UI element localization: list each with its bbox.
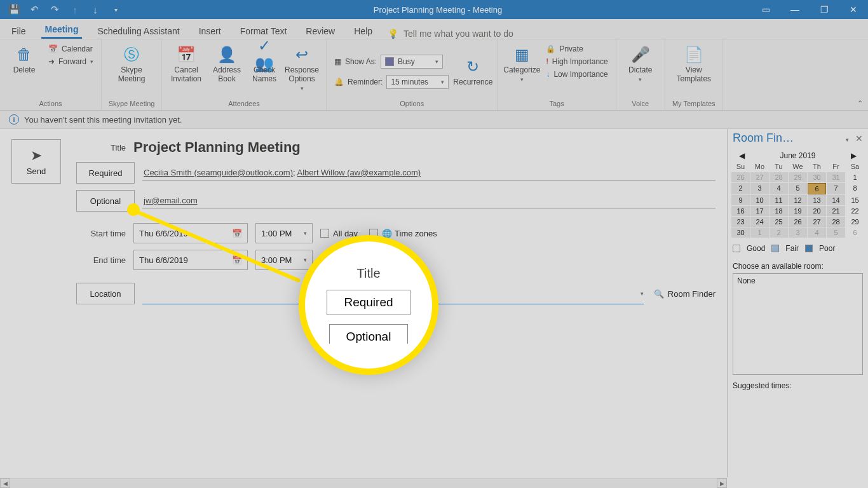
cal-day[interactable]: 20 — [808, 206, 826, 216]
cal-day[interactable]: 6 — [846, 227, 864, 238]
forward-button[interactable]: ➜Forward▾ — [46, 56, 96, 67]
undo-icon[interactable]: ↶ — [25, 1, 43, 18]
cal-day[interactable]: 2 — [731, 183, 750, 194]
cal-day[interactable]: 8 — [846, 183, 864, 194]
cal-day[interactable]: 27 — [750, 172, 769, 182]
start-date-input[interactable]: Thu 6/6/2019📅 — [133, 223, 248, 243]
maximize-icon[interactable]: ❐ — [810, 0, 839, 19]
cal-day[interactable]: 26 — [731, 172, 750, 182]
title-value[interactable]: Project Planning Meeting — [133, 139, 301, 156]
collapse-ribbon-icon[interactable]: ⌃ — [857, 99, 863, 107]
tell-me[interactable]: 💡 Tell me what you want to do — [388, 29, 513, 39]
tab-file[interactable]: File — [8, 24, 30, 39]
cal-day[interactable]: 15 — [846, 195, 864, 205]
dictate-button[interactable]: 🎤Dictate▾ — [621, 43, 660, 84]
tab-insert[interactable]: Insert — [195, 24, 225, 39]
low-importance-button[interactable]: ↓Low Importance — [543, 69, 610, 80]
view-templates-button[interactable]: 📄View Templates — [670, 43, 717, 85]
cal-day[interactable]: 2 — [770, 227, 788, 238]
cal-prev-icon[interactable]: ◀ — [739, 151, 745, 160]
cal-day[interactable]: 29 — [846, 217, 864, 227]
cal-day[interactable]: 16 — [731, 206, 750, 216]
cal-day[interactable]: 19 — [789, 206, 807, 216]
cal-day[interactable]: 4 — [808, 227, 826, 238]
tab-help[interactable]: Help — [350, 24, 376, 39]
calendar-picker-icon[interactable]: 📅 — [232, 255, 242, 265]
cal-day[interactable]: 27 — [808, 217, 826, 227]
cal-day[interactable]: 25 — [770, 217, 788, 227]
minimize-icon[interactable]: — — [780, 0, 810, 19]
cal-day[interactable]: 6 — [808, 183, 826, 194]
required-button[interactable]: Required — [76, 162, 135, 184]
cal-day[interactable]: 7 — [827, 183, 845, 194]
cal-day[interactable]: 5 — [789, 183, 807, 194]
send-button[interactable]: ➤ Send — [11, 139, 61, 184]
cal-day[interactable]: 23 — [731, 217, 750, 227]
private-button[interactable]: 🔒Private — [543, 43, 610, 55]
skype-meeting-button[interactable]: Ⓢ Skype Meeting — [107, 43, 156, 85]
tab-meeting[interactable]: Meeting — [41, 22, 83, 39]
calendar-button[interactable]: 📅Calendar — [46, 43, 96, 55]
cal-day[interactable]: 10 — [750, 195, 769, 205]
save-icon[interactable]: 💾 — [5, 1, 23, 18]
required-field[interactable]: Cecilia Smith (seamguide@outlook.com); A… — [142, 165, 715, 180]
location-dropdown-icon[interactable]: ▾ — [641, 290, 644, 297]
cal-day[interactable]: 14 — [827, 195, 845, 205]
response-options-button[interactable]: ↩Response Options▾ — [283, 43, 321, 93]
cal-day[interactable]: 13 — [808, 195, 826, 205]
next-icon[interactable]: ↓ — [86, 1, 104, 18]
tab-format[interactable]: Format Text — [236, 24, 291, 39]
calendar-picker-icon[interactable]: 📅 — [232, 229, 242, 238]
cal-day[interactable]: 9 — [731, 195, 750, 205]
recurrence-button[interactable]: ↻Recurrence — [454, 55, 492, 88]
cal-day[interactable]: 24 — [750, 217, 769, 227]
location-button[interactable]: Location — [76, 283, 135, 304]
calendar-grid[interactable]: SuMoTuWeThFrSa26272829303112345678910111… — [731, 161, 864, 238]
cal-day[interactable]: 1 — [846, 172, 864, 182]
optional-field[interactable]: jw@email.com — [142, 193, 715, 208]
cal-day[interactable]: 30 — [731, 227, 750, 238]
reminder-select[interactable]: 15 minutes▾ — [386, 75, 449, 89]
cal-day[interactable]: 1 — [750, 227, 769, 238]
room-list[interactable]: None — [733, 273, 863, 375]
end-date-input[interactable]: Thu 6/6/2019📅 — [133, 250, 248, 270]
cal-next-icon[interactable]: ▶ — [851, 151, 857, 160]
ribbon-display-icon[interactable]: ▭ — [751, 0, 780, 19]
tab-scheduling[interactable]: Scheduling Assistant — [93, 24, 183, 39]
prev-icon[interactable]: ↑ — [66, 1, 84, 18]
cal-day[interactable]: 29 — [789, 172, 807, 182]
cal-day[interactable]: 31 — [827, 172, 845, 182]
delete-button[interactable]: 🗑 Delete — [5, 43, 43, 76]
room-finder-button[interactable]: 🔍Room Finder — [654, 289, 715, 299]
cal-day[interactable]: 22 — [846, 206, 864, 216]
show-as-select[interactable]: Busy▾ — [381, 55, 443, 69]
horizontal-scrollbar[interactable]: ◀▶ — [0, 478, 727, 488]
high-importance-button[interactable]: !High Importance — [543, 56, 610, 67]
cal-day[interactable]: 18 — [770, 206, 788, 216]
room-finder-menu-icon[interactable]: ▾ — [846, 137, 849, 143]
cal-day[interactable]: 17 — [750, 206, 769, 216]
address-book-button[interactable]: 👤Address Book — [208, 43, 246, 85]
tab-review[interactable]: Review — [302, 24, 339, 39]
check-names-button[interactable]: ✓👥Check Names — [248, 43, 280, 85]
end-time-input[interactable]: 3:00 PM▾ — [255, 250, 313, 270]
cal-day[interactable]: 21 — [827, 206, 845, 216]
cal-day[interactable]: 26 — [789, 217, 807, 227]
cal-day[interactable]: 28 — [827, 217, 845, 227]
all-day-checkbox[interactable] — [320, 229, 329, 238]
cal-day[interactable]: 3 — [750, 183, 769, 194]
cal-day[interactable]: 30 — [808, 172, 826, 182]
cal-day[interactable]: 28 — [770, 172, 788, 182]
start-time-input[interactable]: 1:00 PM▾ — [255, 223, 313, 243]
cal-day[interactable]: 3 — [789, 227, 807, 238]
optional-button[interactable]: Optional — [76, 190, 135, 212]
cancel-invitation-button[interactable]: 📅Cancel Invitation — [167, 43, 205, 85]
cal-day[interactable]: 4 — [770, 183, 788, 194]
categorize-button[interactable]: ▦Categorize▾ — [503, 43, 541, 84]
cal-day[interactable]: 11 — [770, 195, 788, 205]
cal-day[interactable]: 12 — [789, 195, 807, 205]
close-icon[interactable]: ✕ — [839, 0, 868, 19]
qa-customize-icon[interactable]: ▾ — [107, 1, 125, 18]
cal-day[interactable]: 5 — [827, 227, 845, 238]
room-finder-close-icon[interactable]: ✕ — [855, 133, 863, 144]
